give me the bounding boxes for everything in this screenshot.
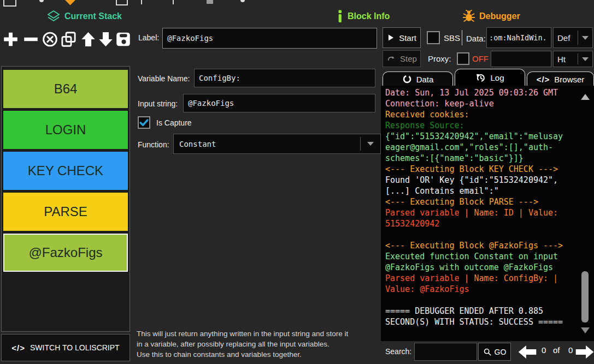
search-go-button[interactable]: GO (478, 343, 511, 361)
next-match-button[interactable] (575, 345, 594, 359)
go-label: GO (495, 348, 507, 356)
function-value: Constant (174, 140, 360, 148)
tab-browser[interactable]: </> Browser (527, 71, 594, 86)
data-tab-icon (402, 74, 412, 84)
stack-block-login[interactable]: LOGIN (3, 111, 128, 149)
tab-log-label: Log (490, 73, 504, 82)
log-output: Date: Sun, 13 Jul 2025 09:03:26 GMTConne… (381, 86, 594, 327)
debugger-title: Debugger (479, 11, 520, 21)
divider (462, 30, 462, 45)
step-icon (386, 55, 396, 63)
proxy-status: OFF (472, 54, 489, 63)
history-icon (475, 73, 486, 83)
data-input[interactable] (486, 27, 551, 48)
stack-block-b64[interactable]: B64 (3, 70, 128, 108)
titlebar-icon-dot1[interactable] (39, 0, 44, 2)
remove-block-button[interactable] (22, 31, 39, 48)
label-caption: Label: (138, 33, 159, 42)
tab-log[interactable]: Log (455, 69, 525, 86)
tab-data-label: Data (416, 75, 434, 84)
titlebar-icon-bar2[interactable] (173, 0, 174, 4)
input-string-caption: Input string: (138, 99, 178, 108)
wordlist-type-value: Def (554, 33, 578, 43)
data-caption: Data: (466, 34, 486, 43)
function-dropdown[interactable]: Constant (173, 134, 381, 154)
block-label-input[interactable] (162, 28, 377, 49)
code-icon: </> (11, 343, 25, 353)
disable-block-button[interactable] (42, 31, 58, 48)
start-button[interactable]: Start (383, 27, 421, 48)
search-input[interactable] (414, 343, 477, 361)
save-stack-button[interactable] (115, 31, 132, 48)
match-total: 0 (568, 345, 573, 355)
chevron-down-icon (582, 57, 589, 61)
previous-match-button[interactable] (518, 345, 537, 359)
proxy-input[interactable] (491, 51, 551, 67)
tab-data[interactable]: Data (383, 71, 453, 86)
block-info-header: Block Info (336, 10, 390, 23)
current-stack-header: Current Stack (46, 10, 122, 23)
layers-icon (46, 10, 61, 23)
proxy-type-dropdown[interactable]: Ht (553, 51, 593, 67)
titlebar-strip (0, 0, 594, 7)
start-label: Start (399, 33, 416, 43)
switch-to-loliscript-button[interactable]: </> SWITCH TO LOLISCRIPT (1, 334, 130, 361)
switch-to-loliscript-label: SWITCH TO LOLISCRIPT (30, 343, 120, 352)
variable-name-caption: Variable Name: (138, 74, 190, 83)
titlebar-icon-dot2[interactable] (240, 0, 245, 2)
function-caption: Function: (138, 140, 169, 149)
scroll-up-icon[interactable] (581, 94, 590, 100)
search-icon (483, 348, 492, 356)
openbullet-stacker-window: Current Stack Block Info Debugger (0, 0, 594, 364)
sbs-label: SBS (444, 33, 460, 43)
block-info-title: Block Info (348, 11, 390, 21)
step-label: Step (400, 54, 417, 63)
tab-browser-label: Browser (554, 75, 584, 84)
titlebar-logo-diamond (63, 0, 77, 5)
play-icon (387, 33, 395, 42)
bug-icon (462, 10, 475, 23)
move-block-down-button[interactable] (97, 31, 114, 48)
input-string-input[interactable] (183, 94, 375, 112)
info-icon (336, 10, 344, 23)
titlebar-icon-square[interactable] (207, 0, 213, 4)
match-separator: of (553, 345, 560, 355)
wordlist-type-dropdown[interactable]: Def (553, 27, 593, 48)
titlebar-icon-window[interactable] (116, 0, 128, 5)
block-description: This will just return anything written i… (137, 329, 383, 360)
is-capture-check-mark (139, 117, 149, 128)
current-stack-title: Current Stack (64, 11, 122, 21)
is-capture-label: Is Capture (156, 118, 192, 127)
move-block-up-button[interactable] (80, 31, 97, 48)
debugger-log-panel[interactable]: Date: Sun, 13 Jul 2025 09:03:26 GMTConne… (381, 86, 594, 341)
chevron-down-icon (367, 142, 374, 146)
is-capture-checkbox[interactable] (138, 116, 150, 129)
sbs-checkbox[interactable] (427, 31, 440, 44)
match-current: 0 (542, 345, 546, 355)
step-button[interactable]: Step (383, 50, 421, 67)
stack-block-key-check[interactable]: KEY CHECK (3, 152, 128, 190)
scroll-down-icon[interactable] (581, 327, 590, 333)
titlebar-icon-bar1[interactable] (141, 0, 142, 4)
proxy-caption: Proxy: (428, 54, 451, 63)
proxy-checkbox[interactable] (457, 52, 469, 65)
log-scrollbar-thumb[interactable] (581, 271, 589, 323)
clone-block-button[interactable] (60, 31, 77, 48)
stack-block-parse[interactable]: PARSE (3, 193, 128, 231)
add-block-button[interactable] (2, 31, 19, 48)
stack-block-fazkofigs[interactable]: @FazkoFigs (3, 234, 128, 272)
browser-tab-icon: </> (537, 75, 550, 84)
variable-name-input[interactable] (194, 69, 375, 87)
titlebar-icon-new[interactable] (3, 0, 16, 7)
debugger-header: Debugger (462, 10, 520, 23)
search-caption: Search: (385, 347, 411, 356)
stack-panel: B64 LOGIN KEY CHECK PARSE @FazkoFigs (1, 66, 130, 332)
chevron-down-icon (582, 36, 589, 40)
proxy-type-value: Ht (554, 55, 578, 64)
